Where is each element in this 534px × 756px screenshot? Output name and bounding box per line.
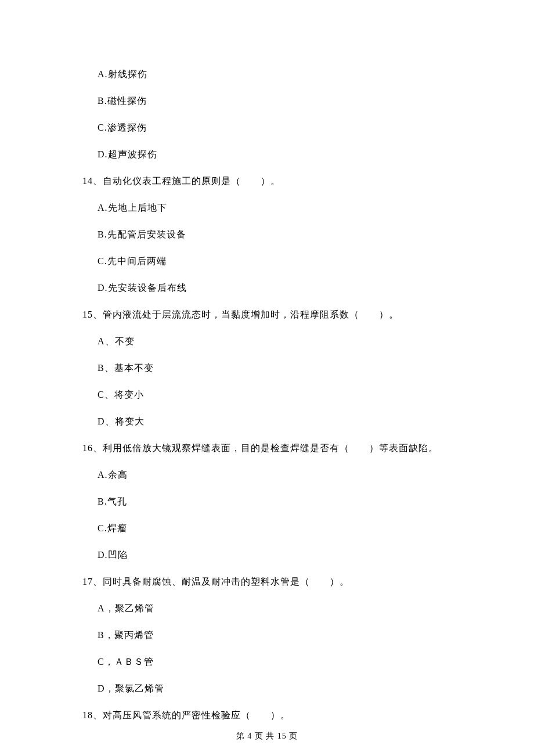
option-17-a: A，聚乙烯管	[82, 603, 452, 615]
option-13-a: A.射线探伤	[82, 69, 452, 81]
option-17-c: C，ＡＢＳ管	[82, 656, 452, 668]
page-content: A.射线探伤 B.磁性探伤 C.渗透探伤 D.超声波探伤 14、自动化仪表工程施…	[0, 0, 534, 722]
question-16-stem: 16、利用低倍放大镜观察焊缝表面，目的是检查焊缝是否有（ ）等表面缺陷。	[82, 442, 452, 455]
option-16-d: D.凹陷	[82, 549, 452, 561]
option-14-c: C.先中间后两端	[82, 255, 452, 268]
question-16: 16、利用低倍放大镜观察焊缝表面，目的是检查焊缝是否有（ ）等表面缺陷。 A.余…	[82, 442, 452, 561]
option-15-a: A、不变	[82, 336, 452, 348]
question-15: 15、管内液流处于层流流态时，当黏度增加时，沿程摩阻系数（ ）。 A、不变 B、…	[82, 309, 452, 428]
option-14-a: A.先地上后地下	[82, 202, 452, 214]
question-14-stem: 14、自动化仪表工程施工的原则是（ ）。	[82, 175, 452, 188]
option-17-b: B，聚丙烯管	[82, 629, 452, 642]
question-14: 14、自动化仪表工程施工的原则是（ ）。 A.先地上后地下 B.先配管后安装设备…	[82, 175, 452, 294]
option-15-d: D、将变大	[82, 416, 452, 428]
option-13-c: C.渗透探伤	[82, 122, 452, 134]
option-16-a: A.余高	[82, 469, 452, 481]
option-15-c: C、将变小	[82, 389, 452, 401]
option-14-b: B.先配管后安装设备	[82, 229, 452, 241]
page-footer: 第 4 页 共 15 页	[0, 731, 534, 741]
question-18: 18、对高压风管系统的严密性检验应（ ）。	[82, 710, 452, 722]
question-15-stem: 15、管内液流处于层流流态时，当黏度增加时，沿程摩阻系数（ ）。	[82, 309, 452, 321]
option-13-d: D.超声波探伤	[82, 149, 452, 161]
question-17: 17、同时具备耐腐蚀、耐温及耐冲击的塑料水管是（ ）。 A，聚乙烯管 B，聚丙烯…	[82, 576, 452, 695]
question-13-options: A.射线探伤 B.磁性探伤 C.渗透探伤 D.超声波探伤	[82, 69, 452, 161]
option-13-b: B.磁性探伤	[82, 95, 452, 107]
option-17-d: D，聚氯乙烯管	[82, 683, 452, 695]
option-14-d: D.先安装设备后布线	[82, 282, 452, 294]
option-16-c: C.焊瘤	[82, 523, 452, 535]
option-15-b: B、基本不变	[82, 362, 452, 375]
question-18-stem: 18、对高压风管系统的严密性检验应（ ）。	[82, 710, 452, 722]
option-16-b: B.气孔	[82, 496, 452, 508]
question-17-stem: 17、同时具备耐腐蚀、耐温及耐冲击的塑料水管是（ ）。	[82, 576, 452, 588]
